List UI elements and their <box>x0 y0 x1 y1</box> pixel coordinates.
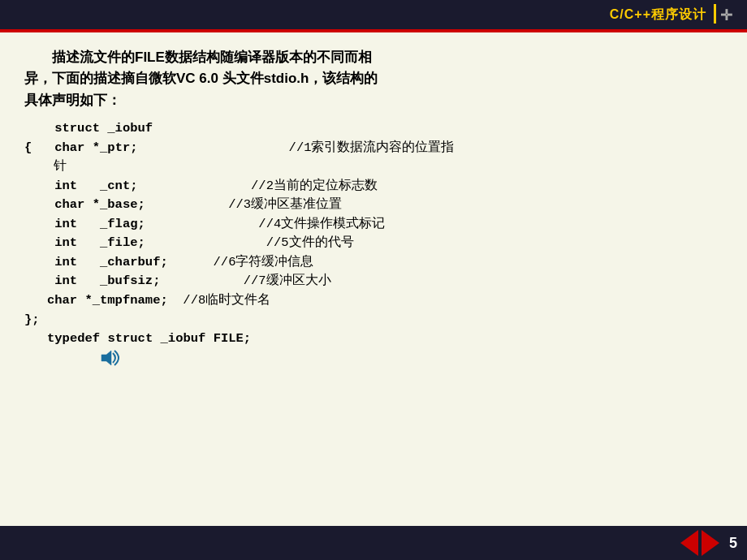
accent-line <box>714 4 716 24</box>
code-brace-close-line: }; <box>24 311 723 330</box>
code-charbuf-line: int _charbuf; //6字符缓冲信息 <box>24 253 723 273</box>
field-tmpfname-decl: char *_tmpfname; <box>24 291 183 311</box>
intro-line2: 异，下面的描述摘自微软VC 6.0 头文件stdio.h，该结构的 <box>24 71 378 86</box>
code-file-line: int _file; //5文件的代号 <box>24 234 723 253</box>
next-arrow[interactable] <box>702 530 719 556</box>
field-tmpfname-comment: //8临时文件名 <box>183 291 270 311</box>
code-brace-open-line: { char *_ptr; //1索引数据流内容的位置指 <box>24 139 723 158</box>
code-bufsiz-line: int _bufsiz; //7缓冲区大小 <box>24 272 723 291</box>
field-bufsiz-comment: //7缓冲区大小 <box>244 272 331 291</box>
field-charbuf-comment: //6字符缓冲信息 <box>214 253 314 273</box>
code-typedef-line: typedef struct _iobuf FILE; <box>24 330 723 349</box>
code-tmpfname-line: char *_tmpfname; //8临时文件名 <box>24 291 723 311</box>
field-base-comment: //3缓冲区基准位置 <box>228 196 342 215</box>
field-flag-decl: int _flag; <box>24 215 258 235</box>
field-base-decl: char *_base; <box>24 196 228 215</box>
field-cnt-comment: //2当前的定位标志数 <box>251 177 378 196</box>
intro-line1: 描述流文件的FILE数据结构随编译器版本的不同而相 <box>52 50 372 65</box>
brace-close: }; <box>24 311 40 330</box>
speaker-placeholder <box>24 330 47 347</box>
field-ptr-decl: char *_ptr; <box>54 139 288 158</box>
code-cnt-line: int _cnt; //2当前的定位标志数 <box>24 177 723 196</box>
struct-header-text: struct _iobuf <box>24 119 153 139</box>
field-file-decl: int _file; <box>24 234 266 253</box>
field-charbuf-decl: int _charbuf; <box>24 253 214 273</box>
nav-arrows[interactable]: 5 <box>680 530 737 556</box>
field-cnt-decl: int _cnt; <box>24 177 251 196</box>
bottom-bar: 5 <box>0 526 747 560</box>
field-file-comment: //5文件的代号 <box>266 234 354 253</box>
code-base-line: char *_base; //3缓冲区基准位置 <box>24 196 723 215</box>
brace-open: { <box>24 139 54 158</box>
struct-header-line: struct _iobuf <box>24 119 723 139</box>
code-flag-line: int _flag; //4文件操作模式标记 <box>24 215 723 235</box>
field-flag-comment: //4文件操作模式标记 <box>258 215 385 235</box>
intro-line3: 具体声明如下： <box>24 93 121 108</box>
field-bufsiz-decl: int _bufsiz; <box>24 272 244 291</box>
code-ptr-comment2: 针 <box>24 157 723 177</box>
speaker-icon <box>100 349 123 367</box>
field-ptr-comment-cont: 针 <box>54 157 67 177</box>
typedef-text: typedef struct _iobuf FILE; <box>47 330 251 349</box>
main-content: 描述流文件的FILE数据结构随编译器版本的不同而相 异，下面的描述摘自微软VC … <box>0 32 747 526</box>
slide-title: C/C++程序设计 <box>610 6 706 24</box>
prev-arrow[interactable] <box>680 530 698 556</box>
slide: C/C++程序设计 ✛ 描述流文件的FILE数据结构随编译器版本的不同而相 异，… <box>0 0 747 560</box>
svg-marker-0 <box>101 351 111 365</box>
page-number: 5 <box>729 535 737 552</box>
top-bar: C/C++程序设计 ✛ <box>0 0 747 29</box>
field-ptr-comment: //1索引数据流内容的位置指 <box>289 139 455 158</box>
close-icon: ✛ <box>720 6 732 24</box>
code-block: struct _iobuf { char *_ptr; //1索引数据流内容的位… <box>24 119 723 349</box>
bottom-left-icon <box>10 530 36 556</box>
intro-paragraph: 描述流文件的FILE数据结构随编译器版本的不同而相 异，下面的描述摘自微软VC … <box>24 47 723 111</box>
